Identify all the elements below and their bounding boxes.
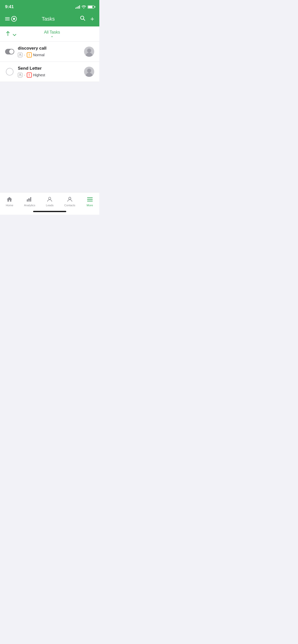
task-toggle-2[interactable] — [5, 67, 14, 76]
task-item-2[interactable]: Send Letter - ! Highest — [0, 62, 99, 82]
analytics-icon — [26, 196, 33, 203]
priority-badge-2: ! Highest — [27, 72, 45, 78]
battery-icon — [88, 5, 94, 9]
task-content-1: discovery call - ! Normal — [18, 46, 80, 57]
priority-label-1: Normal — [33, 53, 45, 57]
svg-point-5 — [20, 74, 21, 75]
bottom-navigation: Home Analytics Leads Contacts — [0, 192, 99, 209]
svg-point-4 — [20, 54, 21, 55]
contacts-icon — [66, 196, 73, 203]
task-person-icon-2 — [18, 73, 22, 77]
task-avatar-2 — [84, 67, 94, 77]
filter-arrow-icon: ▼ — [51, 36, 53, 38]
svg-point-11 — [69, 197, 71, 199]
menu-lines-icon — [5, 17, 10, 20]
more-icon — [87, 196, 93, 203]
sort-button[interactable] — [5, 31, 17, 37]
status-time: 9:41 — [5, 4, 14, 9]
status-icons — [75, 5, 94, 9]
nav-label-more: More — [87, 204, 93, 207]
task-meta-1: - ! Normal — [18, 52, 80, 57]
priority-normal-icon: ! — [27, 52, 32, 57]
nav-label-leads: Leads — [46, 204, 53, 207]
wifi-icon — [82, 5, 86, 9]
nav-item-contacts[interactable]: Contacts — [61, 195, 78, 208]
home-icon — [6, 196, 13, 203]
add-button[interactable]: + — [90, 16, 94, 22]
filter-bar: All Tasks ▼ — [0, 26, 99, 42]
svg-line-1 — [83, 19, 85, 21]
filter-dropdown[interactable]: All Tasks ▼ — [44, 30, 60, 38]
home-indicator — [33, 211, 66, 212]
status-bar: 9:41 — [0, 0, 99, 13]
task-person-icon — [18, 53, 22, 57]
priority-badge-1: ! Normal — [27, 52, 45, 57]
gear-icon — [11, 16, 17, 22]
task-dash-2: - — [24, 73, 25, 77]
task-toggle-1[interactable] — [5, 47, 14, 56]
task-avatar-1 — [84, 47, 94, 57]
search-button[interactable] — [80, 15, 85, 22]
page-title: Tasks — [42, 16, 55, 22]
search-icon — [80, 15, 85, 21]
task-dash-1: - — [24, 53, 25, 57]
task-item[interactable]: discovery call - ! Normal — [0, 42, 99, 62]
app-header: Tasks + — [0, 13, 99, 26]
priority-label-2: Highest — [33, 73, 45, 77]
empty-content-area — [0, 82, 99, 192]
nav-label-home: Home — [6, 204, 13, 207]
priority-highest-icon: ! — [27, 72, 32, 78]
signal-icon — [75, 5, 80, 9]
task-content-2: Send Letter - ! Highest — [18, 66, 80, 78]
header-actions: + — [80, 15, 94, 22]
task-title-1: discovery call — [18, 46, 80, 51]
nav-label-analytics: Analytics — [24, 204, 35, 207]
toggle-switch-icon — [5, 49, 14, 54]
nav-label-contacts: Contacts — [64, 204, 75, 207]
task-meta-2: - ! Highest — [18, 72, 80, 78]
nav-item-analytics[interactable]: Analytics — [21, 195, 38, 208]
toggle-circle-icon — [6, 68, 13, 76]
sort-icon — [5, 31, 11, 36]
leads-icon — [46, 196, 53, 203]
nav-item-more[interactable]: More — [82, 195, 98, 208]
filter-label: All Tasks — [44, 30, 60, 35]
task-list: discovery call - ! Normal — [0, 42, 99, 82]
sort-icon-2 — [12, 31, 17, 36]
home-bar — [0, 209, 99, 215]
task-title-2: Send Letter — [18, 66, 80, 71]
settings-button[interactable] — [5, 16, 17, 22]
nav-item-home[interactable]: Home — [2, 195, 17, 208]
svg-point-9 — [49, 197, 51, 199]
nav-item-leads[interactable]: Leads — [42, 195, 57, 208]
